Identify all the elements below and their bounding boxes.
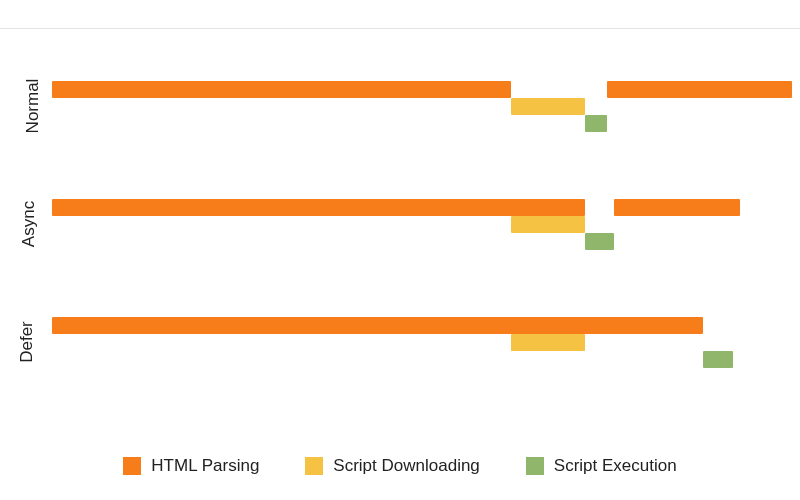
- bar-script-execution: [585, 115, 607, 132]
- row-normal-bars: [52, 61, 792, 151]
- row-label-defer: Defer: [17, 321, 37, 363]
- row-label-normal: Normal: [23, 79, 43, 134]
- bar-html-parsing: [607, 81, 792, 98]
- legend-label: Script Downloading: [333, 456, 479, 476]
- row-defer-bars: [52, 297, 792, 387]
- bar-script-execution: [703, 351, 733, 368]
- bar-script-execution: [585, 233, 615, 250]
- bar-script-downloading: [511, 216, 585, 233]
- bar-script-downloading: [511, 334, 585, 351]
- swatch-script-downloading: [305, 457, 323, 475]
- legend: HTML Parsing Script Downloading Script E…: [0, 456, 800, 476]
- bar-html-parsing: [52, 81, 511, 98]
- legend-item-html-parsing: HTML Parsing: [123, 456, 259, 476]
- gantt-chart: Normal Async Defer: [0, 29, 800, 409]
- row-async: Async: [0, 179, 800, 269]
- row-async-bars: [52, 179, 792, 269]
- bar-html-parsing: [52, 317, 703, 334]
- legend-label: HTML Parsing: [151, 456, 259, 476]
- bar-script-downloading: [511, 98, 585, 115]
- row-normal: Normal: [0, 61, 800, 151]
- swatch-script-execution: [526, 457, 544, 475]
- legend-item-script-downloading: Script Downloading: [305, 456, 479, 476]
- row-label-async: Async: [19, 201, 39, 247]
- bar-html-parsing: [614, 199, 740, 216]
- row-defer: Defer: [0, 297, 800, 387]
- bar-html-parsing: [52, 199, 585, 216]
- legend-label: Script Execution: [554, 456, 677, 476]
- legend-item-script-execution: Script Execution: [526, 456, 677, 476]
- swatch-html-parsing: [123, 457, 141, 475]
